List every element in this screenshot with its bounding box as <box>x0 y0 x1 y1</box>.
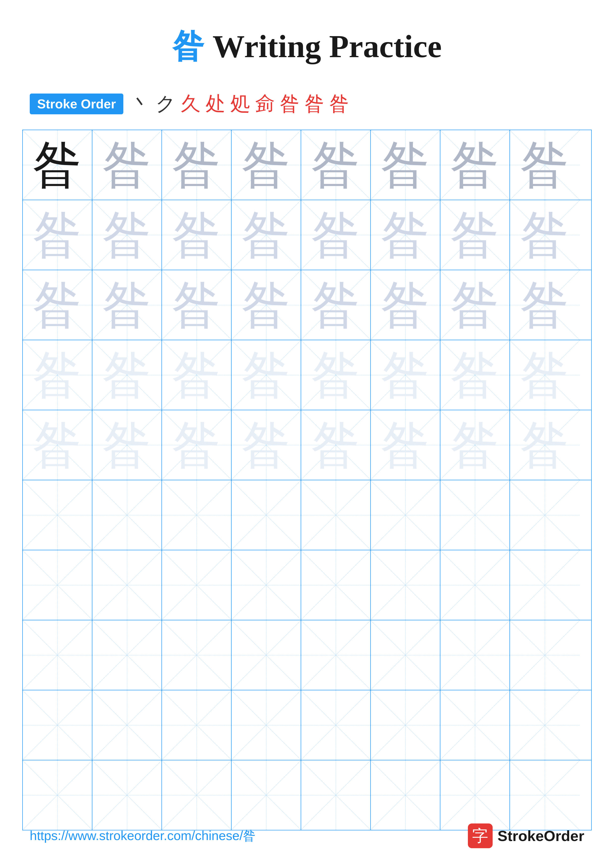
stroke-step-7: 昝 <box>280 91 300 117</box>
grid-cell-9-5[interactable] <box>301 690 371 760</box>
grid-cell-5-7[interactable]: 昝 <box>440 410 510 480</box>
grid-row-9 <box>23 690 591 760</box>
grid-cell-8-1[interactable] <box>23 620 92 690</box>
grid-cell-6-7[interactable] <box>440 480 510 550</box>
grid-cell-3-6[interactable]: 昝 <box>371 270 440 340</box>
char-display: 昝 <box>172 281 221 330</box>
grid-row-8 <box>23 620 591 690</box>
grid-cell-4-3[interactable]: 昝 <box>162 340 232 410</box>
grid-cell-2-5[interactable]: 昝 <box>301 200 371 270</box>
grid-cell-4-2[interactable]: 昝 <box>92 340 162 410</box>
grid-cell-4-6[interactable]: 昝 <box>371 340 440 410</box>
grid-cell-2-7[interactable]: 昝 <box>440 200 510 270</box>
grid-cell-8-3[interactable] <box>162 620 232 690</box>
grid-cell-5-6[interactable]: 昝 <box>371 410 440 480</box>
grid-cell-4-4[interactable]: 昝 <box>232 340 301 410</box>
grid-cell-9-4[interactable] <box>232 690 301 760</box>
grid-cell-9-8[interactable] <box>510 690 580 760</box>
grid-cell-9-6[interactable] <box>371 690 440 760</box>
grid-cell-9-7[interactable] <box>440 690 510 760</box>
grid-cell-8-4[interactable] <box>232 620 301 690</box>
grid-cell-6-1[interactable] <box>23 480 92 550</box>
grid-cell-4-7[interactable]: 昝 <box>440 340 510 410</box>
char-display: 昝 <box>520 420 570 470</box>
grid-cell-1-6[interactable]: 昝 <box>371 130 440 200</box>
stroke-step-4: 处 <box>205 91 225 117</box>
grid-cell-2-3[interactable]: 昝 <box>162 200 232 270</box>
grid-cell-5-5[interactable]: 昝 <box>301 410 371 480</box>
stroke-step-9: 昝 <box>330 91 349 117</box>
grid-cell-1-7[interactable]: 昝 <box>440 130 510 200</box>
char-display: 昝 <box>241 140 291 190</box>
footer-url[interactable]: https://www.strokeorder.com/chinese/昝 <box>30 827 256 845</box>
stroke-step-6: 侴 <box>255 91 275 117</box>
char-display: 昝 <box>381 210 430 260</box>
grid-cell-1-8[interactable]: 昝 <box>510 130 580 200</box>
grid-cell-10-4[interactable] <box>232 760 301 830</box>
grid-cell-7-3[interactable] <box>162 550 232 620</box>
grid-cell-10-1[interactable] <box>23 760 92 830</box>
grid-cell-6-8[interactable] <box>510 480 580 550</box>
grid-cell-2-8[interactable]: 昝 <box>510 200 580 270</box>
grid-cell-3-5[interactable]: 昝 <box>301 270 371 340</box>
grid-cell-7-4[interactable] <box>232 550 301 620</box>
char-display: 昝 <box>241 281 291 330</box>
grid-cell-9-3[interactable] <box>162 690 232 760</box>
char-display: 昝 <box>102 210 152 260</box>
grid-cell-6-4[interactable] <box>232 480 301 550</box>
char-display: 昝 <box>520 281 570 330</box>
grid-cell-9-1[interactable] <box>23 690 92 760</box>
grid-cell-6-2[interactable] <box>92 480 162 550</box>
grid-cell-1-2[interactable]: 昝 <box>92 130 162 200</box>
grid-cell-7-2[interactable] <box>92 550 162 620</box>
grid-cell-1-3[interactable]: 昝 <box>162 130 232 200</box>
grid-cell-5-2[interactable]: 昝 <box>92 410 162 480</box>
grid-cell-3-7[interactable]: 昝 <box>440 270 510 340</box>
grid-cell-3-1[interactable]: 昝 <box>23 270 92 340</box>
grid-cell-5-1[interactable]: 昝 <box>23 410 92 480</box>
char-display: 昝 <box>172 210 221 260</box>
grid-cell-7-7[interactable] <box>440 550 510 620</box>
grid-cell-1-1[interactable]: 昝 <box>23 130 92 200</box>
char-display: 昝 <box>311 210 361 260</box>
grid-cell-3-4[interactable]: 昝 <box>232 270 301 340</box>
grid-cell-5-4[interactable]: 昝 <box>232 410 301 480</box>
grid-cell-8-7[interactable] <box>440 620 510 690</box>
grid-cell-8-8[interactable] <box>510 620 580 690</box>
grid-cell-3-2[interactable]: 昝 <box>92 270 162 340</box>
grid-cell-8-2[interactable] <box>92 620 162 690</box>
grid-cell-5-3[interactable]: 昝 <box>162 410 232 480</box>
grid-cell-10-8[interactable] <box>510 760 580 830</box>
grid-cell-7-5[interactable] <box>301 550 371 620</box>
grid-cell-2-6[interactable]: 昝 <box>371 200 440 270</box>
grid-cell-10-2[interactable] <box>92 760 162 830</box>
grid-cell-5-8[interactable]: 昝 <box>510 410 580 480</box>
grid-cell-7-8[interactable] <box>510 550 580 620</box>
grid-cell-6-3[interactable] <box>162 480 232 550</box>
grid-cell-6-6[interactable] <box>371 480 440 550</box>
grid-cell-7-1[interactable] <box>23 550 92 620</box>
grid-cell-10-6[interactable] <box>371 760 440 830</box>
grid-cell-8-6[interactable] <box>371 620 440 690</box>
char-display: 昝 <box>520 210 570 260</box>
grid-cell-2-4[interactable]: 昝 <box>232 200 301 270</box>
grid-cell-1-4[interactable]: 昝 <box>232 130 301 200</box>
grid-cell-4-5[interactable]: 昝 <box>301 340 371 410</box>
grid-cell-2-2[interactable]: 昝 <box>92 200 162 270</box>
char-display: 昝 <box>381 281 430 330</box>
grid-cell-1-5[interactable]: 昝 <box>301 130 371 200</box>
grid-row-10 <box>23 760 591 830</box>
grid-cell-3-8[interactable]: 昝 <box>510 270 580 340</box>
grid-cell-6-5[interactable] <box>301 480 371 550</box>
grid-cell-8-5[interactable] <box>301 620 371 690</box>
grid-cell-9-2[interactable] <box>92 690 162 760</box>
char-display: 昝 <box>520 140 570 190</box>
grid-cell-10-5[interactable] <box>301 760 371 830</box>
grid-cell-4-1[interactable]: 昝 <box>23 340 92 410</box>
grid-cell-3-3[interactable]: 昝 <box>162 270 232 340</box>
grid-cell-10-7[interactable] <box>440 760 510 830</box>
grid-cell-7-6[interactable] <box>371 550 440 620</box>
grid-cell-4-8[interactable]: 昝 <box>510 340 580 410</box>
grid-cell-2-1[interactable]: 昝 <box>23 200 92 270</box>
grid-cell-10-3[interactable] <box>162 760 232 830</box>
